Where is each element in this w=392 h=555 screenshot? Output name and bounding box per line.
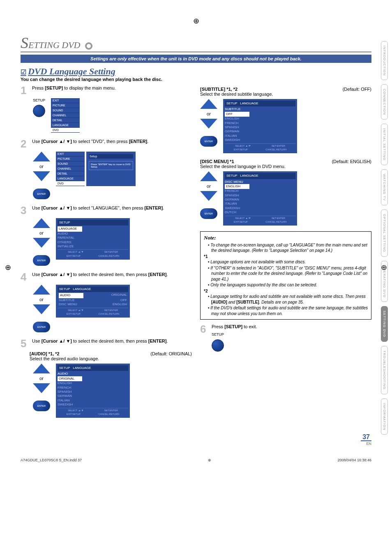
osd-item: SUBTITLE <box>59 298 74 302</box>
osd-header: SETUP <box>59 287 70 291</box>
osd-item: ITALIAN <box>225 134 295 138</box>
tab-information[interactable]: INFORMATION <box>381 398 388 435</box>
note-item: Language setting for audio and subtitle … <box>208 294 368 305</box>
osd-item: FRENCH <box>225 121 295 125</box>
note-item: If "OTHER" is selected in "AUDIO", "SUBT… <box>208 265 368 282</box>
step-3: 3 Use [Cursor ▲/ ▼] to select "LANGUAGE"… <box>21 205 192 216</box>
tab-connection[interactable]: CONNECTION <box>381 84 388 120</box>
tab-setting-dvd[interactable]: SETTING DVD <box>381 306 388 342</box>
setup-button[interactable] <box>212 339 224 352</box>
step-key: [ENTER] <box>129 139 148 144</box>
tab-operating-dvd[interactable]: OPERATING DVD <box>381 261 388 302</box>
setup-label: SETUP <box>33 98 45 102</box>
setup-label: SETUP <box>212 332 224 337</box>
cursor-up-button[interactable] <box>33 285 50 295</box>
cursor-down-button[interactable] <box>200 119 217 129</box>
step-key: [ENTER] <box>148 272 167 277</box>
cursor-down-button[interactable] <box>33 171 50 181</box>
enter-button[interactable]: ENTER <box>33 255 50 266</box>
osd-item: SPANISH <box>225 193 295 198</box>
step-key: [ENTER] <box>148 339 167 343</box>
osd-foot: EXIT:SETUP <box>234 148 248 152</box>
footer-file: A74GDUE_LD370SC8 S_EN.indd 37 <box>21 458 82 462</box>
enter-button[interactable]: ENTER <box>33 322 50 332</box>
osd-value: ORIGINAL <box>111 293 127 298</box>
step-text: . <box>166 272 168 277</box>
step-number: 4 <box>21 272 29 282</box>
cursor-down-button[interactable] <box>33 238 50 248</box>
osd-header: SETUP <box>59 366 70 370</box>
osd-item-selected: DVD <box>56 181 85 186</box>
osd-item: DETAIL <box>51 118 80 123</box>
step-key: [ENTER] <box>145 205 163 210</box>
enter-button[interactable]: ENTER <box>200 136 217 147</box>
osd-header: SETUP <box>226 174 238 177</box>
osd-item-selected: LANGUAGE <box>58 226 82 231</box>
osd-header: SETUP <box>58 220 128 226</box>
step-key: [SETUP] <box>224 324 242 329</box>
osd-item: CHANNEL <box>51 113 80 118</box>
step-text: . <box>147 139 148 144</box>
osd-foot: CANCEL:RETURN <box>98 255 119 258</box>
step-5: 5 Use [Cursor ▲/ ▼] to select the desire… <box>21 338 192 349</box>
osd-item: INITIALIZE <box>58 244 128 249</box>
or-label: or <box>207 111 211 116</box>
footer-meta: A74GDUE_LD370SC8 S_EN.indd 37 ⊕ 2008/04/… <box>21 458 371 462</box>
cursor-up-button[interactable] <box>200 99 217 109</box>
cursor-down-button[interactable] <box>33 304 50 314</box>
note-key: [AUDIO] <box>211 300 227 304</box>
osd-main-menu: EXIT PICTURE SOUND CHANNEL DETAIL LANGUA… <box>51 98 80 133</box>
osd-item: EXIT <box>51 98 80 103</box>
check-icon: ☑ <box>21 69 26 76</box>
discmenu-default: (Default: ENGLISH) <box>332 159 371 164</box>
osd-foot: CANCEL:RETURN <box>98 413 119 416</box>
osd-item: SWEDISH <box>58 403 128 407</box>
step-4: 4 Use [Cursor ▲/ ▼] to select the desire… <box>21 272 192 282</box>
step-text: to select the desired item, then press <box>72 339 148 343</box>
enter-button[interactable]: ENTER <box>33 401 50 411</box>
osd-language-menu: SETUP LANGUAGE AUDIO PARENTAL OTHERS INI… <box>56 218 130 260</box>
osd-item: LANGUAGE <box>51 123 80 128</box>
cursor-down-button[interactable] <box>33 383 50 393</box>
tab-introduction[interactable]: INTRODUCTION <box>381 41 388 80</box>
tab-initial-setting[interactable]: INITIAL SETTING <box>381 124 388 165</box>
osd-foot: SET:ENTER <box>272 217 285 220</box>
step-text: Use <box>32 205 42 210</box>
enter-button[interactable]: ENTER <box>200 208 217 219</box>
mode-note-banner: Settings are only effective when the uni… <box>21 55 371 63</box>
osd-foot: SELECT ▲/▼ <box>235 217 251 220</box>
osd-subtitle-menu: SETUP LANGUAGE SUBTITLE OFF ENGLISH FREN… <box>223 99 297 153</box>
tab-optional-setting[interactable]: OPTIONAL SETTING <box>381 210 388 257</box>
step-text: to display the main menu. <box>63 85 115 90</box>
osd-item: ITALIAN <box>58 398 128 403</box>
note-asterisk: *1 <box>204 254 368 260</box>
step-text: Use <box>32 339 42 343</box>
osd-subhead: SUBTITLE <box>225 107 295 111</box>
osd-foot: EXIT:SETUP <box>67 413 81 416</box>
osd-item: GERMAN <box>58 394 128 398</box>
cursor-up-button[interactable] <box>33 152 50 161</box>
step-1: 1 Press [SETUP] to display the main menu… <box>21 85 192 96</box>
osd-item: CHANNEL <box>56 166 85 171</box>
tab-troubleshooting[interactable]: TROUBLESHOOTING <box>381 346 388 394</box>
osd-item: LANGUAGE <box>56 176 85 181</box>
cursor-up-button[interactable] <box>33 218 50 228</box>
enter-button[interactable]: ENTER <box>33 189 50 199</box>
registration-mark-left: ⊕ <box>5 263 11 272</box>
registration-mark-bottom: ⊕ <box>208 458 211 462</box>
step-text: Use <box>32 272 42 277</box>
note-asterisk: *2 <box>204 288 368 294</box>
step-text: to exit. <box>242 324 257 329</box>
subtitle-line: Select the desired subtitle language. <box>200 92 371 97</box>
cursor-up-button[interactable] <box>33 364 50 373</box>
page-title-initial: S <box>21 34 28 51</box>
osd-item: SOUND <box>51 108 80 113</box>
osd-item: AUDIO <box>58 232 128 236</box>
cursor-up-button[interactable] <box>200 171 217 181</box>
subtitle-heading: [SUBTITLE] *1, *2 <box>200 87 238 92</box>
setup-button[interactable] <box>33 105 45 117</box>
cursor-down-button[interactable] <box>200 191 217 201</box>
osd-item: SPANISH <box>225 125 295 129</box>
tab-watching-tv[interactable]: WATCHING TV <box>381 169 388 205</box>
step-text: Press <box>32 85 45 90</box>
